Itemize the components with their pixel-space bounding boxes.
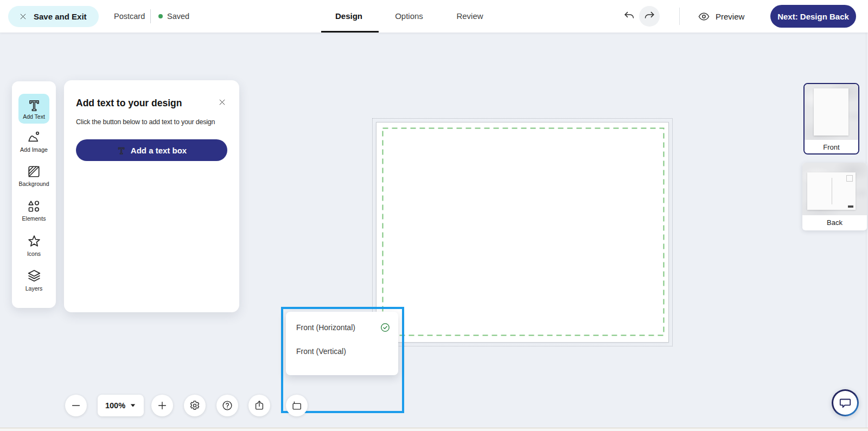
scrollbar-track[interactable]	[866, 33, 866, 428]
sidebar-item-layers[interactable]: Layers	[12, 262, 56, 297]
sidebar-item-label: Icons	[27, 250, 41, 257]
minus-icon	[70, 400, 82, 411]
tab-options[interactable]: Options	[395, 0, 423, 33]
zoom-out-button[interactable]	[65, 395, 87, 416]
sidebar-item-label: Background	[18, 181, 49, 187]
front-page-thumbnail[interactable]: Front	[803, 83, 859, 155]
gear-icon	[189, 400, 201, 411]
panel-close-button[interactable]	[218, 98, 226, 106]
text-icon	[117, 146, 126, 155]
sidebar-item-elements[interactable]: Elements	[12, 193, 56, 228]
layers-icon	[27, 268, 42, 284]
zoom-in-button[interactable]	[151, 395, 173, 416]
frame-icon	[291, 400, 303, 411]
active-tab-underline	[321, 31, 379, 33]
canvas-orientation-menu: Front (Horizontal) Front (Vertical)	[286, 312, 398, 375]
document-type-label: Postcard	[114, 0, 145, 33]
front-postcard-sheet	[814, 88, 848, 136]
close-icon	[19, 12, 27, 21]
back-postcard-sheet	[807, 172, 856, 210]
add-text-box-label: Add a text box	[131, 146, 187, 155]
canvas-orientation-button[interactable]	[286, 395, 308, 416]
eye-icon	[698, 10, 710, 23]
sidebar-item-label: Elements	[22, 215, 46, 222]
window-bottom-edge	[0, 428, 868, 431]
redo-icon	[643, 10, 656, 23]
sidebar-item-label: Add Image	[20, 146, 48, 153]
share-icon	[253, 400, 265, 411]
topbar-divider	[679, 8, 680, 25]
menu-item-label: Front (Horizontal)	[296, 323, 380, 332]
tab-review[interactable]: Review	[456, 0, 483, 33]
save-and-exit-button[interactable]: Save and Exit	[8, 6, 99, 27]
zoom-level-value: 100%	[105, 401, 125, 410]
saved-status-label: Saved	[167, 12, 189, 21]
canvas-page[interactable]	[376, 122, 669, 343]
barcode-mark	[848, 205, 853, 208]
image-icon	[27, 130, 42, 145]
background-icon	[27, 164, 41, 179]
next-design-back-button[interactable]: Next: Design Back	[770, 5, 856, 28]
tab-design[interactable]: Design	[335, 0, 362, 33]
menu-item-label: Front (Vertical)	[296, 347, 391, 356]
star-icon	[27, 234, 42, 249]
undo-icon	[623, 10, 636, 23]
zoom-level-dropdown[interactable]: 100%	[98, 395, 144, 416]
help-button[interactable]	[216, 395, 238, 416]
share-button[interactable]	[248, 395, 270, 416]
back-thumbnail-label: Back	[802, 215, 867, 230]
add-text-panel: Add text to your design Click the button…	[64, 80, 239, 312]
menu-item-front-horizontal[interactable]: Front (Horizontal)	[286, 316, 398, 339]
chat-bubble-icon	[838, 396, 852, 410]
menu-item-front-vertical[interactable]: Front (Vertical)	[286, 340, 398, 363]
front-thumbnail-label: Front	[805, 140, 858, 155]
panel-description: Click the button below to add text to yo…	[76, 118, 215, 126]
save-and-exit-label: Save and Exit	[34, 12, 87, 21]
front-thumbnail-preview	[805, 84, 858, 140]
shapes-icon	[27, 199, 41, 214]
back-page-thumbnail[interactable]: Back	[802, 163, 867, 230]
top-bar: Save and Exit Postcard Saved Design Opti…	[0, 0, 868, 33]
add-text-box-button[interactable]: Add a text box	[76, 139, 227, 161]
back-thumbnail-preview	[802, 163, 867, 215]
sidebar-item-add-text[interactable]: Add Text	[18, 94, 49, 124]
sidebar-item-label: Layers	[25, 285, 43, 292]
saved-dot-icon	[158, 14, 163, 18]
chat-widget-button[interactable]	[832, 389, 859, 416]
sidebar-item-label: Add Text	[23, 113, 45, 120]
stamp-box	[846, 175, 853, 182]
sidebar-item-icons[interactable]: Icons	[12, 228, 56, 262]
sidebar-item-add-image[interactable]: Add Image	[12, 124, 56, 158]
question-icon	[221, 400, 233, 411]
redo-button[interactable]	[639, 6, 660, 27]
check-circle-icon	[380, 322, 391, 333]
saved-status: Saved	[158, 0, 189, 33]
preview-label: Preview	[716, 12, 744, 21]
undo-button[interactable]	[623, 10, 636, 23]
safety-line	[376, 123, 668, 342]
tools-sidebar: Add Text Add Image Background Elements	[12, 81, 56, 308]
design-editor: Save and Exit Postcard Saved Design Opti…	[0, 0, 868, 431]
panel-title: Add text to your design	[76, 98, 182, 109]
plus-icon	[156, 400, 168, 411]
close-icon	[218, 98, 226, 106]
sidebar-item-background[interactable]: Background	[12, 158, 56, 193]
caret-down-icon	[130, 403, 136, 408]
postcard-divider-line	[832, 178, 832, 204]
topbar-divider	[150, 9, 151, 23]
text-icon	[27, 98, 41, 112]
preview-button[interactable]: Preview	[698, 0, 744, 33]
settings-button[interactable]	[184, 395, 206, 416]
